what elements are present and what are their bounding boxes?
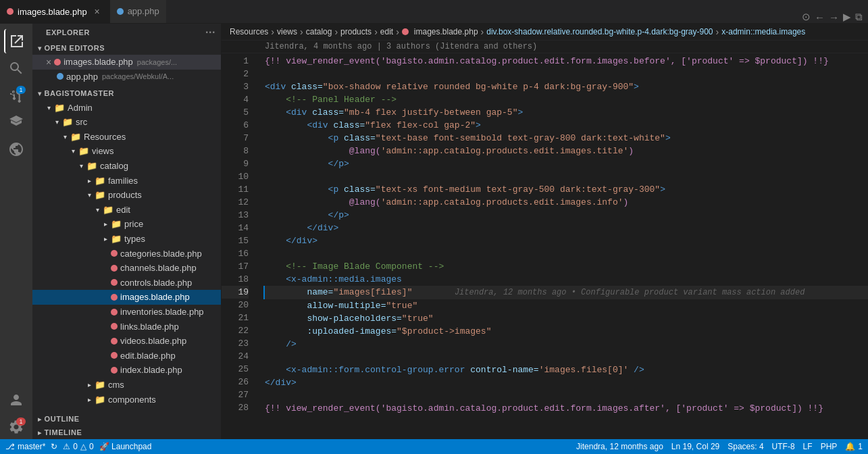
source-control-icon[interactable]: 1: [4, 83, 28, 107]
tree-admin[interactable]: ▾ 📁 Admin: [32, 100, 221, 115]
split-editor-icon[interactable]: ⧉: [855, 11, 863, 23]
tree-index-blade[interactable]: index.blade.php: [32, 363, 221, 378]
branch-icon: ⎇: [5, 442, 15, 451]
tree-src[interactable]: ▾ 📁 src: [32, 115, 221, 130]
code-line: <!-- Panel Header -->: [265, 93, 868, 106]
code-line: @lang('admin::app.catalog.products.edit.…: [265, 196, 868, 209]
breadcrumb-resources[interactable]: Resources: [230, 27, 268, 36]
breadcrumb-products[interactable]: products: [340, 27, 372, 36]
bagistomaster-arrow: ▾: [38, 90, 42, 97]
open-preview-icon[interactable]: ▶: [843, 11, 851, 23]
tree-resources[interactable]: ▾ 📁 Resources: [32, 129, 221, 144]
navigate-back-icon[interactable]: ←: [815, 11, 825, 23]
code-line: name="images[files]" Jitendra, 12 months…: [263, 286, 868, 299]
remote-icon[interactable]: [4, 137, 28, 161]
tree-cms[interactable]: ▸ 📁 cms: [32, 378, 221, 393]
tree-edit[interactable]: ▾ 📁 edit: [32, 202, 221, 217]
tree-types[interactable]: ▸ 📁 types: [32, 232, 221, 247]
tree-categories-blade[interactable]: categories.blade.php: [32, 246, 221, 261]
breadcrumb-file-icon: [402, 28, 409, 35]
tree-videos-blade[interactable]: videos.blade.php: [32, 334, 221, 349]
statusbar-eol[interactable]: LF: [803, 442, 813, 451]
line-number: 17: [222, 260, 249, 273]
blade-dot-images: [111, 294, 118, 301]
code-line: <div class="flex flex-col gap-2">: [265, 119, 868, 132]
code-line: <p class="text-xs font-medium text-gray-…: [265, 183, 868, 196]
blade-dot-controls: [111, 279, 118, 286]
tree-links-blade[interactable]: links.blade.php: [32, 319, 221, 334]
statusbar-cursor[interactable]: Ln 19, Col 29: [671, 442, 719, 451]
components-arrow: ▸: [84, 396, 95, 403]
statusbar-errors[interactable]: ⚠ 0 △ 0: [63, 442, 93, 451]
breadcrumb-div[interactable]: div.box-shadow.relative.rounded.bg-white…: [486, 27, 713, 36]
cms-arrow: ▸: [84, 381, 95, 388]
breadcrumb-edit[interactable]: edit: [380, 27, 393, 36]
statusbar-branch[interactable]: ⎇ master*: [5, 442, 45, 451]
editor-area: Resources › views › catalog › products ›…: [222, 24, 868, 439]
code-content[interactable]: {!! view_render_event('bagisto.admin.cat…: [254, 53, 868, 439]
tree-components[interactable]: ▸ 📁 components: [32, 392, 221, 407]
error-icon: ⚠: [63, 442, 70, 451]
breadcrumb-filename[interactable]: images.blade.php: [414, 27, 478, 36]
navigate-forward-icon[interactable]: →: [829, 11, 839, 23]
statusbar-sync[interactable]: ↻: [51, 442, 57, 451]
close-editor-images-icon[interactable]: ×: [46, 57, 51, 68]
split-view-icon[interactable]: ⊙: [802, 11, 811, 23]
explorer-header[interactable]: EXPLORER ···: [32, 24, 221, 41]
extensions-icon[interactable]: [4, 110, 28, 134]
tree-price[interactable]: ▸ 📁 price: [32, 217, 221, 232]
line-number: 10: [222, 170, 249, 183]
tree-controls-blade[interactable]: controls.blade.php: [32, 276, 221, 291]
explorer-more-icon[interactable]: ···: [205, 26, 215, 39]
statusbar-encoding[interactable]: UTF-8: [772, 442, 795, 451]
line-number: 25: [222, 363, 249, 376]
line-number: 27: [222, 388, 249, 401]
code-line: <div class="box-shadow relative rounded …: [265, 80, 868, 93]
outline-header[interactable]: ▸ OUTLINE: [32, 412, 221, 426]
folder-icon: 📁: [54, 103, 65, 113]
statusbar-launchpad[interactable]: 🚀 Launchpad: [99, 442, 152, 451]
breadcrumb-catalog[interactable]: catalog: [306, 27, 332, 36]
code-line: <x-admin::media.images: [265, 273, 868, 286]
explorer-icon[interactable]: [4, 29, 28, 53]
tab-images-blade[interactable]: images.blade.php ×: [0, 0, 110, 23]
tab-close-button[interactable]: ×: [91, 5, 103, 18]
tree-edit-blade[interactable]: edit.blade.php: [32, 349, 221, 363]
breadcrumb-component[interactable]: x-admin::media.images: [721, 27, 805, 36]
tree-catalog[interactable]: ▾ 📁 catalog: [32, 159, 221, 174]
timeline-header[interactable]: ▸ TIMELINE: [32, 426, 221, 439]
tree-images-blade[interactable]: images.blade.php: [32, 290, 221, 305]
code-line: [265, 247, 868, 260]
search-icon[interactable]: [4, 56, 28, 80]
blade-file-icon: [7, 8, 14, 15]
line-number: 9: [222, 157, 249, 170]
bagistomaster-header[interactable]: ▾ BAGISTOMASTER: [32, 86, 221, 100]
folder-icon-src: 📁: [62, 117, 73, 127]
open-editor-images[interactable]: × images.blade.php packages/...: [32, 55, 221, 70]
statusbar-left: ⎇ master* ↻ ⚠ 0 △ 0 🚀 Launchpad: [5, 442, 151, 451]
line-number: 11: [222, 183, 249, 196]
tab-app-php[interactable]: app.php: [110, 0, 166, 23]
tree-views[interactable]: ▾ 📁 views: [32, 144, 221, 159]
open-editor-images-path: packages/...: [137, 58, 177, 66]
code-line: {!! view_render_event('bagisto.admin.cat…: [265, 55, 868, 68]
breadcrumb-views[interactable]: views: [277, 27, 297, 36]
open-editor-app[interactable]: app.php packages/Webkul/A...: [32, 70, 221, 84]
line-numbers: 1234567891011121314151617181920212223242…: [222, 53, 254, 439]
tree-inventories-blade[interactable]: inventories.blade.php: [32, 305, 221, 320]
statusbar: ⎇ master* ↻ ⚠ 0 △ 0 🚀 Launchpad Jitendra…: [0, 439, 868, 454]
code-editor[interactable]: 1234567891011121314151617181920212223242…: [222, 53, 868, 439]
open-editors-header[interactable]: ▾ OPEN EDITORS: [32, 41, 221, 55]
statusbar-bell[interactable]: 🔔 1: [845, 442, 863, 451]
tree-families[interactable]: ▸ 📁 families: [32, 173, 221, 188]
blade-dot-channels: [111, 265, 118, 272]
accounts-icon[interactable]: [4, 388, 28, 412]
statusbar-spaces[interactable]: Spaces: 4: [727, 442, 763, 451]
settings-icon[interactable]: 1: [4, 415, 28, 439]
tree-products[interactable]: ▾ 📁 products: [32, 188, 221, 203]
folder-icon-components: 📁: [95, 395, 105, 405]
tree-channels-blade[interactable]: channels.blade.php: [32, 261, 221, 276]
code-line: <p class="text-base font-semibold text-g…: [265, 132, 868, 145]
statusbar-language[interactable]: PHP: [821, 442, 838, 451]
statusbar-blame[interactable]: Jitendra, 12 months ago: [576, 442, 663, 451]
